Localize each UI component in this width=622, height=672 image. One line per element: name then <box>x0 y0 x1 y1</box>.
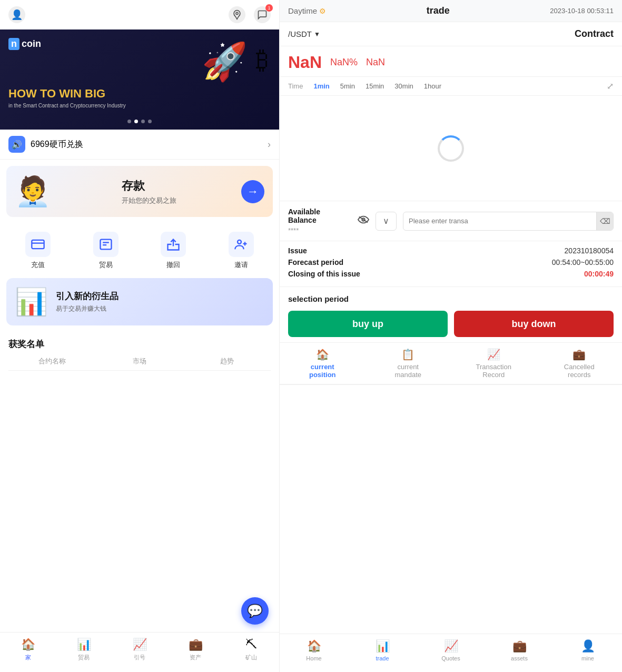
dot-2[interactable] <box>134 120 138 123</box>
selection-section: selection period buy up buy down <box>280 287 622 343</box>
balance-section: AvailableBalance **** ∨ ⌫ <box>280 201 622 241</box>
tab-current-mandate[interactable]: 📋 currentmandate <box>366 348 451 384</box>
user-avatar[interactable]: 👤 <box>8 6 25 23</box>
sun-icon: ⚙ <box>319 7 326 15</box>
banner-headline1: HOW TO WIN BIG <box>8 87 126 101</box>
home-icon: 🏠 <box>21 638 35 651</box>
deposit-card[interactable]: 🧑‍💼 存款 开始您的交易之旅 → <box>6 166 273 217</box>
derivatives-banner[interactable]: 📊 引入新的衍生品 易于交易并赚大钱 <box>6 278 273 325</box>
left-nav-signals[interactable]: 📈 引号 <box>112 638 167 661</box>
nav-invite[interactable]: 邀请 <box>229 232 254 270</box>
announcement-arrow[interactable]: › <box>268 139 271 150</box>
pair-text: /USDT <box>288 29 312 38</box>
assets-label: 资产 <box>190 654 201 661</box>
bitcoin-icon: ₿ <box>256 45 269 74</box>
time-label: Time <box>288 82 303 90</box>
input-clear-button[interactable]: ⌫ <box>596 212 613 231</box>
right-trade-label: trade <box>376 655 389 661</box>
left-topbar: 👤 1 <box>0 0 279 29</box>
balance-title: AvailableBalance <box>288 207 351 224</box>
tab-transaction-record[interactable]: 📈 TransactionRecord <box>451 348 537 384</box>
deposit-card-text: 存款 开始您的交易之旅 <box>122 178 176 205</box>
left-nav-home[interactable]: 🏠 家 <box>0 638 56 661</box>
pair-dropdown-icon: ▼ <box>314 31 320 38</box>
dot-4[interactable] <box>148 120 152 123</box>
loading-spinner <box>438 135 464 162</box>
tab-current-position[interactable]: 🏠 currentposition <box>280 348 366 384</box>
forecast-value: 00:54:00~00:55:00 <box>552 258 614 266</box>
balance-dropdown-button[interactable]: ∨ <box>376 212 397 231</box>
left-nav-assets[interactable]: 💼 资产 <box>167 638 223 661</box>
price-secondary-value: NaN <box>366 57 385 68</box>
nav-recharge[interactable]: 充值 <box>25 232 51 270</box>
left-bottom-nav: 🏠 家 📊 贸易 📈 引号 💼 资产 ⛏ 矿山 <box>0 632 279 672</box>
withdraw-label: 撤回 <box>166 260 180 270</box>
svg-rect-1 <box>32 240 44 249</box>
tab-1min[interactable]: 1min <box>313 82 329 90</box>
right-panel: Daytime ⚙ trade 2023-10-18 00:53:11 /USD… <box>279 0 622 672</box>
expand-chart-icon[interactable]: ⤢ <box>607 81 614 91</box>
right-quotes-label: Quotes <box>441 655 460 661</box>
nav-icons-row: 充值 贸易 撤回 <box>0 223 279 278</box>
download-icon[interactable] <box>229 6 245 23</box>
mandate-tab-label: currentmandate <box>394 363 421 379</box>
tab-cancelled-records[interactable]: 💼 Cancelledrecords <box>537 348 623 384</box>
banner-rocket: 🚀 <box>202 40 248 83</box>
right-nav-assets[interactable]: 💼 assets <box>485 639 554 661</box>
svg-point-0 <box>236 12 238 14</box>
chart-area <box>280 96 622 201</box>
position-tabs: 🏠 currentposition 📋 currentmandate 📈 Tra… <box>280 343 622 385</box>
tab-1hour[interactable]: 1hour <box>424 82 441 90</box>
trade-nav-label: 贸易 <box>78 654 90 661</box>
right-nav-quotes[interactable]: 📈 Quotes <box>417 639 485 661</box>
pair-selector[interactable]: /USDT ▼ <box>288 29 320 38</box>
right-home-icon: 🏠 <box>307 639 321 653</box>
closing-value: 00:00:49 <box>584 270 614 278</box>
buy-down-button[interactable]: buy down <box>454 311 614 337</box>
right-assets-label: assets <box>511 655 528 661</box>
cancelled-tab-label: Cancelledrecords <box>564 363 595 379</box>
tab-15min[interactable]: 15min <box>366 82 384 90</box>
issue-row: Issue 202310180054 <box>288 246 614 255</box>
tab-5min[interactable]: 5min <box>340 82 355 90</box>
trade-buttons: buy up buy down <box>288 311 614 337</box>
chat-icon[interactable]: 1 <box>254 6 271 23</box>
derivatives-title: 引入新的衍生品 <box>56 290 119 302</box>
deposit-arrow-button[interactable]: → <box>241 180 264 203</box>
daytime-label: Daytime <box>288 6 317 15</box>
nav-withdraw[interactable]: 撤回 <box>161 232 186 270</box>
right-trade-icon: 📊 <box>376 639 390 653</box>
right-nav-mine[interactable]: 👤 mine <box>554 639 622 661</box>
trade-label: 贸易 <box>99 260 113 270</box>
left-nav-mine[interactable]: ⛏ 矿山 <box>223 638 279 661</box>
banner-headline2: in the Smart Contract and Cryptocurrency… <box>8 103 126 108</box>
issue-value: 202310180054 <box>565 246 614 255</box>
left-nav-trade[interactable]: 📊 贸易 <box>56 638 112 661</box>
nav-trade[interactable]: 贸易 <box>93 232 119 270</box>
balance-info: AvailableBalance **** <box>288 207 351 234</box>
forecast-label: Forecast period <box>288 258 343 266</box>
transaction-input[interactable] <box>403 217 596 225</box>
selection-title: selection period <box>288 294 614 303</box>
derivatives-illustration: 📊 <box>15 286 47 317</box>
signals-icon: 📈 <box>133 638 147 651</box>
dot-1[interactable] <box>127 120 131 123</box>
announcement-bar[interactable]: 🔊 6969硬币兑换 › <box>0 130 279 160</box>
float-chat-button[interactable]: 💬 <box>241 597 269 625</box>
right-nav-trade[interactable]: 📊 trade <box>348 639 417 661</box>
svg-point-6 <box>238 240 241 244</box>
price-pct-value: NaN% <box>330 57 358 68</box>
time-tabs: Time 1min 5min 15min 30min 1hour ⤢ <box>280 77 622 96</box>
tab-30min[interactable]: 30min <box>394 82 413 90</box>
right-nav-home[interactable]: 🏠 Home <box>280 639 348 661</box>
right-title: trade <box>427 5 450 16</box>
right-quotes-icon: 📈 <box>444 639 458 653</box>
dot-3[interactable] <box>141 120 145 123</box>
winners-section: 获奖名单 合约名称 市场 趋势 <box>0 332 279 672</box>
banner-text: HOW TO WIN BIG in the Smart Contract and… <box>8 87 126 108</box>
deposit-title: 存款 <box>122 178 176 194</box>
balance-eye-icon[interactable] <box>358 215 369 226</box>
announcement-text: 6969硬币兑换 <box>31 139 83 150</box>
buy-up-button[interactable]: buy up <box>288 311 448 337</box>
trade-nav-icon: 📊 <box>77 638 91 651</box>
